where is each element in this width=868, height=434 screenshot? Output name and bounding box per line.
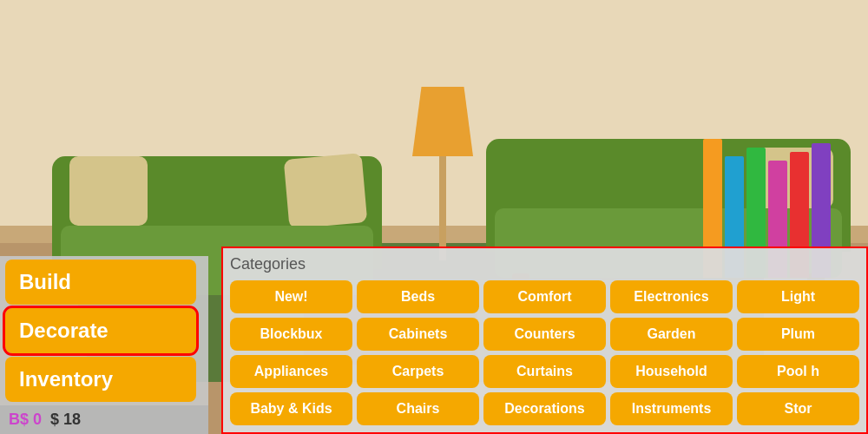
- categories-title: Categories: [230, 255, 859, 273]
- decorate-button[interactable]: Decorate: [5, 308, 196, 353]
- category-button-electronics[interactable]: Electronics: [610, 280, 733, 313]
- category-button-baby---kids[interactable]: Baby & Kids: [230, 392, 352, 425]
- left-panel: Build Decorate Inventory B$ 0 $ 18: [0, 256, 208, 434]
- category-button-instruments[interactable]: Instruments: [610, 392, 733, 425]
- category-button-comfort[interactable]: Comfort: [483, 280, 606, 313]
- category-button-stor[interactable]: Stor: [737, 392, 859, 425]
- categories-grid: New!BedsComfortElectronicsLightBlockbuxC…: [230, 280, 859, 425]
- balance-label: B$ 0: [9, 411, 42, 429]
- balance-value: $ 18: [50, 411, 81, 429]
- category-button-garden[interactable]: Garden: [610, 318, 733, 351]
- category-button-chairs[interactable]: Chairs: [357, 392, 479, 425]
- category-button-counters[interactable]: Counters: [483, 318, 606, 351]
- category-button-household[interactable]: Household: [610, 355, 733, 388]
- category-button-carpets[interactable]: Carpets: [357, 355, 479, 388]
- category-button-decorations[interactable]: Decorations: [483, 392, 606, 425]
- category-button-cabinets[interactable]: Cabinets: [357, 318, 479, 351]
- category-button-plum[interactable]: Plum: [737, 318, 859, 351]
- lamp-shade: [412, 87, 473, 156]
- category-button-pool-h[interactable]: Pool h: [737, 355, 859, 388]
- category-button-appliances[interactable]: Appliances: [230, 355, 352, 388]
- category-button-curtains[interactable]: Curtains: [483, 355, 606, 388]
- category-button-new-[interactable]: New!: [230, 280, 352, 313]
- category-button-beds[interactable]: Beds: [357, 280, 479, 313]
- category-button-blockbux[interactable]: Blockbux: [230, 318, 352, 351]
- lamp: [417, 87, 469, 260]
- inventory-button[interactable]: Inventory: [5, 357, 196, 402]
- category-button-light[interactable]: Light: [737, 280, 859, 313]
- lamp-pole: [439, 156, 446, 260]
- build-button[interactable]: Build: [5, 260, 196, 305]
- categories-panel: Categories New!BedsComfortElectronicsLig…: [221, 247, 868, 434]
- balance-row: B$ 0 $ 18: [0, 405, 208, 434]
